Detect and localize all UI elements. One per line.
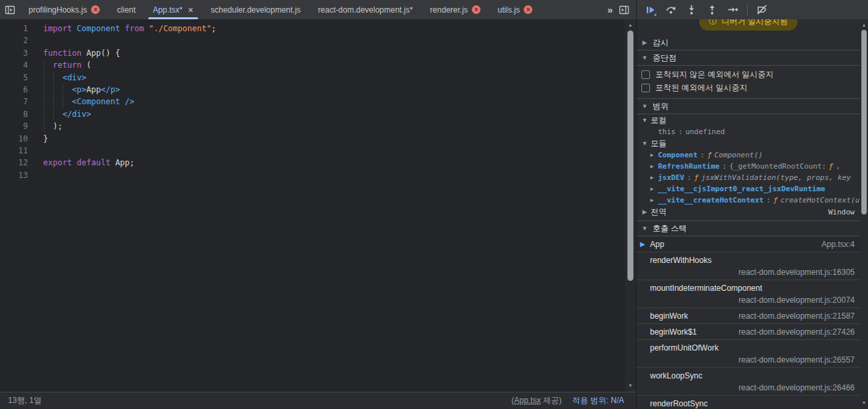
scope-variable[interactable]: ▶RefreshRuntime: {_getMountedRootCount: … (637, 161, 860, 172)
tab-profilingHooks.js[interactable]: profilingHooks.js× (20, 0, 108, 19)
toggle-navigator-button[interactable] (0, 0, 20, 19)
call-stack-frame[interactable]: mountIndeterminateComponentreact-dom.dev… (637, 280, 860, 308)
chevron-right-icon: ▶ (649, 163, 655, 169)
tab-scheduler.development.js[interactable]: scheduler.development.js (202, 0, 309, 19)
line-number[interactable]: 7 (0, 96, 28, 108)
line-number[interactable]: 2 (0, 35, 28, 46)
frame-name: App (650, 240, 664, 249)
deactivate-breakpoints-button[interactable] (752, 1, 772, 19)
tab-renderer.js[interactable]: renderer.js× (421, 0, 489, 19)
tab-App.tsx-[interactable]: App.tsx*× (144, 0, 202, 19)
scope-section-label: 범위 (653, 101, 669, 112)
line-number[interactable]: 13 (0, 169, 28, 181)
step-over-button[interactable] (661, 1, 681, 19)
line-number[interactable]: 4 (0, 59, 28, 71)
exception-pause-option[interactable]: 포착되지 않은 예외에서 일시중지 (637, 68, 860, 81)
sidebar-scrollbar[interactable]: ▲ ▼ (860, 19, 868, 409)
tab-client[interactable]: client (108, 0, 144, 19)
editor-scrollbar-thumb[interactable] (627, 31, 633, 281)
scope-variable[interactable]: this: undefined (637, 126, 860, 137)
indent-guide (44, 109, 45, 120)
line-number[interactable]: 6 (0, 84, 28, 96)
more-tabs-button[interactable]: » (607, 4, 612, 15)
call-stack-frame[interactable]: renderRootSync (637, 396, 860, 409)
frame-location: react-dom.development.js:26557 (650, 355, 855, 365)
scope-group-label: 모듈 (651, 138, 667, 149)
scope-section-header[interactable]: ▼ 범위 (637, 99, 860, 114)
call-stack-frame[interactable]: renderWithHooksreact-dom.development.js:… (637, 252, 860, 280)
debugger-paused-badge: ⓘ 디버거 일시중지됨 (699, 19, 798, 31)
watch-section-header[interactable]: ▶ 감시 (637, 35, 860, 50)
tab-label: renderer.js (430, 5, 468, 15)
step-out-button[interactable] (703, 1, 722, 19)
tab-react-dom.development.js-[interactable]: react-dom.development.js* (309, 0, 421, 19)
chevron-right-icon: ▶ (641, 39, 648, 46)
scroll-up-icon[interactable]: ▲ (860, 21, 868, 30)
scroll-down-icon[interactable]: ▼ (860, 398, 868, 408)
sourcemap-provider-note: (App.tsx 제공) (512, 395, 562, 406)
scope-group-global[interactable]: ▶ 전역 Window (637, 206, 860, 218)
step-button[interactable] (723, 1, 742, 19)
sidebar-scrollbar-thumb[interactable] (861, 30, 867, 214)
chevron-down-icon: ▼ (641, 225, 648, 232)
line-number[interactable]: 5 (0, 72, 28, 84)
code-editor[interactable]: 1import Component from "./Component";23f… (0, 19, 625, 392)
call-stack-frame[interactable]: beginWork$1react-dom.development.js:2742… (637, 324, 860, 340)
paused-badge-label: 디버거 일시중지됨 (722, 19, 788, 27)
variable-name: RefreshRuntime (658, 162, 720, 171)
editor-scrollbar[interactable]: ▲ ▼ (625, 19, 636, 392)
call-stack-frame[interactable]: performUnitOfWorkreact-dom.development.j… (637, 340, 860, 368)
sourcemap-file-link[interactable]: App.tsx (514, 396, 541, 405)
scope-variable[interactable]: ▶__vite__createHotContext: ƒ createHotCo… (637, 195, 860, 206)
line-number[interactable]: 9 (0, 120, 28, 132)
line-number[interactable]: 10 (0, 133, 28, 145)
checkbox[interactable] (641, 70, 650, 79)
scope-group-label: 로컬 (651, 115, 667, 126)
variable-name: Component (658, 151, 698, 159)
exception-pause-option[interactable]: 포착된 예외에서 일시중지 (637, 81, 860, 94)
call-stack-section-header[interactable]: ▼ 호출 스택 (637, 221, 860, 236)
resume-script-button[interactable] (641, 1, 660, 19)
line-number[interactable]: 1 (0, 23, 28, 35)
cursor-position: 13행, 1열 (8, 395, 42, 406)
breakpoint-options: 포착되지 않은 예외에서 일시중지포착된 예외에서 일시중지 (637, 66, 860, 99)
toggle-debugger-sidebar-button[interactable] (619, 5, 629, 15)
toolbar-divider (747, 5, 748, 15)
main-content: 1import Component from "./Component";23f… (0, 19, 868, 409)
frame-name: performUnitOfWork (650, 343, 718, 353)
coverage-link[interactable]: 적용 범위: N/A (572, 395, 624, 406)
error-badge-icon: × (91, 5, 100, 14)
code-line: 11 (0, 145, 625, 157)
indent-guide (44, 121, 45, 131)
scroll-down-icon[interactable]: ▼ (625, 381, 636, 390)
line-content (28, 35, 625, 46)
chevron-down-icon: ▼ (641, 117, 648, 123)
scroll-up-icon[interactable]: ▲ (625, 21, 636, 30)
scope-variable[interactable]: ▶__vite__cjsImport0_react_jsxDevRuntime (637, 183, 860, 195)
tab-bar-right-controls: » (607, 4, 636, 15)
line-number[interactable]: 12 (0, 157, 28, 169)
call-stack-frame[interactable]: beginWorkreact-dom.development.js:21587 (637, 308, 860, 324)
code-line: 5 <div> (0, 72, 625, 84)
breakpoints-section-header[interactable]: ▼ 중단점 (637, 50, 860, 66)
call-stack-frame[interactable]: workLoopSyncreact-dom.development.js:264… (637, 368, 860, 396)
line-number[interactable]: 8 (0, 108, 28, 120)
line-number[interactable]: 3 (0, 47, 28, 59)
scope-variable[interactable]: ▶Component: ƒ Component() (637, 149, 860, 161)
checkbox[interactable] (641, 84, 650, 92)
call-stack-frame[interactable]: ▶AppApp.tsx:4 (637, 236, 860, 252)
code-line: 4 return ( (0, 59, 625, 71)
line-number[interactable]: 11 (0, 145, 28, 157)
tab-utils.js[interactable]: utils.js× (489, 0, 541, 19)
line-content: ); (28, 120, 625, 132)
module-scope-entries: ▶Component: ƒ Component()▶RefreshRuntime… (637, 149, 860, 206)
frame-name: mountIndeterminateComponent (650, 284, 762, 293)
frame-location: react-dom.development.js:20074 (650, 295, 855, 305)
error-badge-icon: × (472, 5, 481, 14)
scope-group-local[interactable]: ▼ 로컬 (637, 114, 860, 126)
scope-group-module[interactable]: ▼ 모듈 (637, 137, 860, 149)
close-tab-icon[interactable]: × (188, 5, 193, 15)
step-into-button[interactable] (682, 1, 701, 19)
scope-variable[interactable]: ▶jsxDEV: ƒ jsxWithValidation(type, props… (637, 172, 860, 183)
sidebar-content: ▶ 감시 ▼ 중단점 포착되지 않은 예외에서 일시중지포착된 예외에서 일시중… (637, 19, 860, 409)
